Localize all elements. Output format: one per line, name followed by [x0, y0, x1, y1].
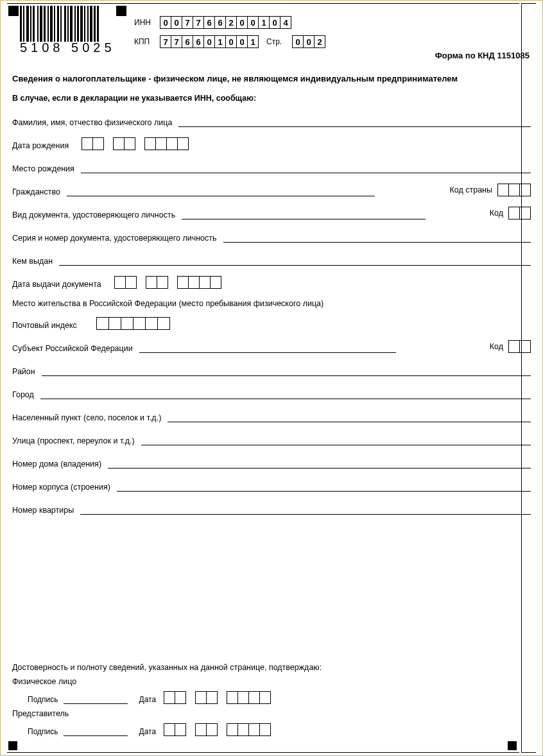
doc-series-input-line[interactable] [223, 233, 531, 243]
subject-input-line[interactable] [139, 343, 396, 353]
digit-cell: 0 [247, 16, 259, 29]
kpp-cells: 776601001 [160, 35, 259, 48]
marker-square [8, 741, 17, 750]
postal-label: Почтовый индекс [12, 321, 77, 330]
issued-by-input-line[interactable] [59, 256, 531, 266]
sig-confirm-text: Достоверность и полноту сведений, указан… [12, 663, 531, 672]
issued-by-label: Кем выдан [12, 257, 53, 266]
sig-individual-label: Физическое лицо [12, 677, 531, 686]
sig-representative-label: Представитель [12, 709, 531, 718]
digit-cell: 0 [203, 35, 215, 48]
page-title: Сведения о налогоплательщике - физическо… [12, 74, 531, 83]
sig-signature-line-2[interactable] [64, 726, 128, 736]
digit-cell: 1 [214, 35, 226, 48]
sig-date-label: Дата [139, 695, 157, 704]
digit-cell: 0 [171, 16, 182, 29]
digit-cell: 0 [225, 35, 237, 48]
digit-cell: 6 [193, 35, 204, 48]
page-subtitle: В случае, если в декларации не указывает… [12, 94, 531, 103]
digit-cell: 0 [160, 16, 171, 29]
digit-cell: 7 [160, 35, 171, 48]
digit-cell: 0 [236, 35, 248, 48]
page-label: Стр. [266, 37, 288, 46]
digit-cell: 6 [182, 35, 193, 48]
digit-cell: 4 [280, 16, 291, 29]
district-label: Район [12, 367, 35, 376]
page-cells: 002 [292, 35, 325, 48]
issue-date-label: Дата выдачи документа [12, 280, 101, 289]
settlement-label: Населенный пункт (село, поселок и т.д.) [12, 413, 161, 422]
doc-code-cells[interactable] [508, 207, 531, 219]
citizenship-label: Гражданство [12, 187, 60, 196]
house-input-line[interactable] [108, 459, 531, 468]
marker-square [8, 6, 19, 16]
fio-input-line[interactable] [178, 117, 531, 127]
birth-date-label: Дата рождения [12, 141, 69, 150]
digit-cell: 6 [214, 16, 226, 29]
sig-date-label-2: Дата [139, 727, 157, 736]
inn-cells: 007766200104 [160, 16, 291, 29]
settlement-input-line[interactable] [168, 413, 531, 422]
birth-place-input-line[interactable] [81, 164, 531, 173]
digit-cell: 7 [171, 35, 182, 48]
form-code: Форма по КНД 1151085 [435, 51, 530, 60]
city-label: Город [12, 390, 34, 399]
city-input-line[interactable] [40, 390, 531, 399]
signature-block: Достоверность и полноту сведений, указан… [12, 663, 531, 741]
country-code-label: Код страны [450, 185, 493, 194]
inn-label: ИНН [134, 18, 156, 27]
doc-type-label: Вид документа, удостоверяющего личность [12, 210, 175, 219]
digit-cell: 6 [203, 16, 215, 29]
digit-cell: 7 [193, 16, 204, 29]
apartment-input-line[interactable] [80, 505, 531, 515]
form-body: Сведения о налогоплательщике - физическо… [12, 74, 531, 525]
digit-cell: 0 [292, 35, 304, 48]
building-label: Номер корпуса (строения) [12, 483, 110, 492]
house-label: Номер дома (владения) [12, 460, 101, 468]
digit-cell: 2 [314, 35, 325, 48]
digit-cell: 2 [225, 16, 237, 29]
barcode-bars [20, 6, 116, 42]
doc-series-label: Серия и номер документа, удостоверяющего… [12, 234, 217, 243]
residence-heading: Место жительства в Российской Федерации … [12, 299, 531, 308]
marker-square [116, 6, 126, 16]
header-fields: ИНН 007766200104 КПП 776601001 Стр. 002 [134, 16, 530, 55]
subject-code-cells[interactable] [508, 340, 531, 353]
sig-signature-label-2: Подпись [28, 727, 58, 736]
fio-label: Фамилия, имя, отчество физического лица [12, 118, 172, 127]
street-label: Улица (проспект, переулок и т.д.) [12, 436, 135, 445]
country-code-cells[interactable] [497, 184, 531, 196]
building-input-line[interactable] [117, 482, 531, 492]
marker-square [508, 741, 517, 750]
kpp-label: КПП [134, 37, 156, 46]
digit-cell: 0 [236, 16, 248, 29]
subject-code-label: Код [490, 342, 503, 351]
digit-cell: 0 [303, 35, 315, 48]
digit-cell: 1 [247, 35, 259, 48]
sig-date-cells[interactable] [164, 691, 271, 704]
subject-label: Субъект Российской Федерации [12, 344, 133, 353]
doc-code-label: Код [490, 209, 503, 218]
postal-cells[interactable] [96, 317, 170, 330]
page: 5108 5025 ИНН 007766200104 КПП 776601001… [0, 0, 543, 756]
apartment-label: Номер квартиры [12, 506, 74, 515]
birth-place-label: Место рождения [12, 164, 74, 173]
street-input-line[interactable] [141, 436, 531, 445]
digit-cell: 7 [182, 16, 193, 29]
sig-date-cells-2[interactable] [164, 723, 271, 736]
citizenship-input-line[interactable] [67, 187, 375, 196]
birth-date-cells[interactable] [82, 137, 189, 150]
issue-date-cells[interactable] [114, 276, 221, 289]
sig-signature-line[interactable] [64, 694, 128, 704]
doc-type-input-line[interactable] [182, 210, 426, 219]
sig-signature-label: Подпись [28, 695, 58, 704]
digit-cell: 0 [269, 16, 280, 29]
digit-cell: 1 [258, 16, 270, 29]
district-input-line[interactable] [42, 366, 531, 376]
barcode-digits: 5108 5025 [20, 40, 116, 55]
barcode: 5108 5025 [20, 6, 116, 53]
